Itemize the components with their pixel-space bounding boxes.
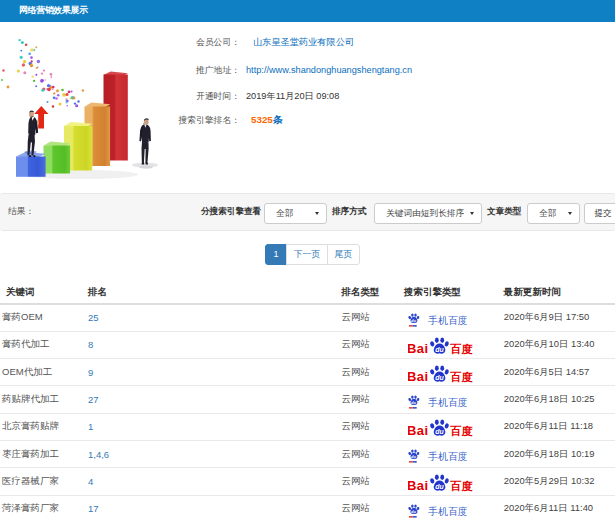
svg-text:du: du: [411, 454, 417, 459]
svg-text:手机百度: 手机百度: [427, 314, 468, 325]
svg-text:百度: 百度: [449, 425, 473, 437]
svg-text:Bai: Bai: [408, 423, 428, 438]
svg-text:百度: 百度: [449, 371, 473, 383]
svg-text:Bai: Bai: [408, 478, 428, 493]
svg-text:手机百度: 手机百度: [427, 505, 468, 516]
svg-text:du: du: [435, 483, 444, 490]
svg-text:du: du: [411, 318, 417, 323]
svg-text:手机百度: 手机百度: [427, 396, 468, 407]
svg-text:du: du: [435, 428, 444, 435]
svg-text:百度: 百度: [449, 343, 473, 355]
svg-text:du: du: [435, 373, 444, 380]
svg-text:du: du: [435, 346, 444, 353]
svg-text:du: du: [411, 509, 417, 514]
svg-text:du: du: [411, 400, 417, 405]
svg-text:Bai: Bai: [408, 369, 428, 384]
svg-text:百度: 百度: [449, 480, 473, 492]
svg-text:Bai: Bai: [408, 341, 428, 356]
svg-text:手机百度: 手机百度: [427, 451, 468, 462]
